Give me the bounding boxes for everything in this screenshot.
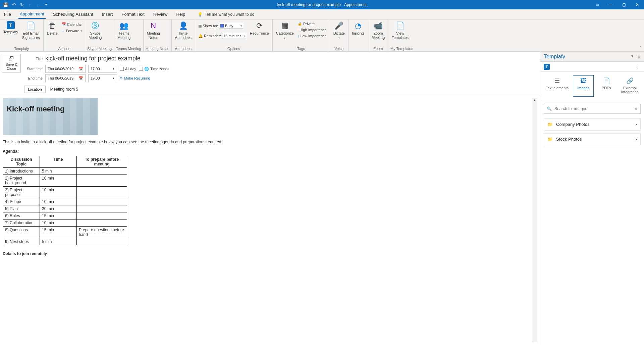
end-time-field[interactable]: 19.30▼: [88, 74, 117, 82]
panel-menu-icon[interactable]: ⋮: [635, 63, 641, 70]
view-templates-button[interactable]: 📄 View Templates: [390, 20, 410, 41]
tab-pdfs-label: PDFs: [602, 86, 611, 90]
search-images-input[interactable]: 🔍 ✕: [544, 104, 641, 114]
save-icon[interactable]: 💾: [3, 2, 8, 7]
panel-dropdown-icon[interactable]: ▼: [631, 54, 634, 59]
minimize-button[interactable]: —: [604, 0, 617, 9]
all-day-label: All day: [125, 67, 136, 71]
reminder-label: Reminder:: [204, 34, 221, 38]
tab-scheduling[interactable]: Scheduling Assistant: [52, 10, 95, 18]
cell-prep: [77, 238, 127, 245]
chevron-down-icon: ▼: [112, 67, 115, 70]
attendees-label: Invite Attendees: [175, 31, 192, 40]
delete-button[interactable]: 🗑 Delete: [46, 20, 59, 37]
teams-label: Teams Meeting: [117, 31, 130, 40]
tab-review[interactable]: Review: [152, 10, 169, 18]
ribbon: T Templafy 📄 Edit Email Signatures Templ…: [0, 19, 644, 52]
folder-stock-photos[interactable]: 📁Stock Photos ›: [544, 133, 641, 145]
skype-meeting-button[interactable]: Ⓢ Skype Meeting: [87, 20, 103, 41]
show-as-select[interactable]: Busy▾: [219, 23, 243, 29]
recurrence-button[interactable]: ⟳ Recurrence: [249, 20, 270, 37]
private-button[interactable]: 🔒Private: [297, 21, 328, 27]
recurring-label: Make Recurring: [124, 76, 150, 80]
qat-dropdown-icon[interactable]: ▾: [44, 2, 48, 7]
ribbon-display-icon[interactable]: ▭: [590, 0, 604, 9]
low-importance-button[interactable]: ↓Low Importance: [297, 33, 328, 39]
folder-company-photos[interactable]: 📁Company Photos ›: [544, 118, 641, 131]
table-row: 6) Roles15 min: [3, 212, 127, 219]
group-label-mytemplates: My Templates: [390, 46, 413, 51]
cell-time: 10 min: [40, 219, 77, 227]
meeting-notes-label: Meeting Notes: [147, 31, 160, 40]
table-row: 9) Next steps5 min: [3, 238, 127, 245]
search-field[interactable]: [554, 106, 632, 111]
title-input[interactable]: [45, 54, 538, 63]
redo-icon[interactable]: ↻: [19, 2, 24, 7]
col-time: Time: [40, 156, 77, 168]
start-time-field[interactable]: 17.00▼: [88, 65, 117, 73]
zoom-meeting-button[interactable]: 📹 Zoom Meeting: [370, 20, 386, 41]
col-topic: Discussion Topic: [3, 156, 40, 168]
make-recurring-button[interactable]: ⟳Make Recurring: [120, 76, 150, 81]
forward-label: Forward: [66, 29, 79, 33]
cell-topic: 6) Roles: [3, 212, 40, 219]
calendar-label: Calendar: [67, 22, 82, 27]
tab-file[interactable]: File: [3, 10, 12, 18]
tab-text-elements[interactable]: ☰Text elements: [543, 75, 571, 97]
show-as-row: ▦ Show As: Busy▾: [197, 22, 247, 30]
search-icon: 🔍: [547, 106, 552, 111]
high-importance-button[interactable]: !High Importance: [297, 27, 328, 33]
group-label-voice: Voice: [332, 46, 346, 51]
panel-close-icon[interactable]: ✕: [637, 54, 641, 59]
agenda-table: Discussion Topic Time To prepare before …: [3, 156, 127, 245]
lock-icon: 🔒: [298, 21, 302, 26]
tab-pdfs[interactable]: 📄PDFs: [596, 75, 617, 97]
insights-button[interactable]: ◔ Insights: [351, 20, 366, 37]
timezones-checkbox[interactable]: 🌐Time zones: [139, 67, 169, 71]
all-day-checkbox[interactable]: All day: [120, 67, 136, 71]
remote-heading: Details to join remotely: [3, 251, 532, 256]
tab-help[interactable]: Help: [175, 10, 186, 18]
undo-icon[interactable]: ↶: [11, 2, 16, 7]
cell-time: 5 min: [40, 168, 77, 175]
edit-email-label: Edit Email Signatures: [22, 31, 40, 40]
down-icon[interactable]: ↓: [36, 2, 40, 7]
ribbon-tabs: File Appointment Scheduling Assistant In…: [0, 9, 644, 19]
forward-button[interactable]: →Forward ▾: [60, 28, 83, 34]
clear-search-icon[interactable]: ✕: [634, 106, 638, 111]
up-icon[interactable]: ↑: [28, 2, 32, 7]
tab-appointment[interactable]: Appointment: [18, 10, 46, 19]
tab-format[interactable]: Format Text: [120, 10, 146, 18]
maximize-button[interactable]: ▢: [617, 0, 631, 9]
col-prep: To prepare before meeting: [77, 156, 127, 168]
meeting-notes-button[interactable]: N Meeting Notes: [146, 20, 161, 41]
location-button[interactable]: Location: [24, 86, 46, 93]
reminder-select[interactable]: 15 minutes▾: [222, 33, 246, 39]
body-editor[interactable]: Kick-off meeting This is an invite to a …: [0, 95, 540, 345]
location-value[interactable]: Meeting room 5: [48, 87, 78, 92]
invite-attendees-button[interactable]: 👤 Invite Attendees: [174, 20, 193, 41]
end-date-field[interactable]: Thu 06/06/2019📅: [45, 74, 86, 82]
group-label-actions: Actions: [46, 46, 83, 51]
categorize-button[interactable]: ▦ Categorize▾: [275, 20, 295, 41]
teams-icon: 👥: [119, 21, 129, 31]
scrollbar[interactable]: ▴: [532, 98, 537, 342]
teams-meeting-button[interactable]: 👥 Teams Meeting: [116, 20, 132, 41]
cell-topic: 9) Next steps: [3, 238, 40, 245]
collapse-ribbon-icon[interactable]: ˄: [640, 46, 642, 50]
tab-images[interactable]: 🖼Images: [573, 75, 594, 97]
chevron-right-icon: ›: [636, 122, 637, 127]
calendar-button[interactable]: 📅Calendar: [60, 21, 83, 27]
templafy-logo-icon: T: [544, 64, 550, 70]
close-button[interactable]: ✕: [631, 0, 644, 9]
tell-me-search[interactable]: 💡 Tell me what you want to do: [198, 12, 254, 17]
dictate-button[interactable]: 🎤 Dictate▾: [332, 20, 346, 41]
edit-email-signatures-button[interactable]: 📄 Edit Email Signatures: [21, 20, 41, 41]
tab-insert[interactable]: Insert: [101, 10, 114, 18]
save-and-close-button[interactable]: 🗗 Save & Close: [2, 54, 21, 72]
scroll-up-icon[interactable]: ▴: [532, 98, 537, 103]
zoom-label: Zoom Meeting: [372, 31, 385, 40]
start-date-field[interactable]: Thu 06/06/2019📅: [45, 65, 86, 73]
templafy-button[interactable]: T Templafy: [2, 20, 19, 35]
tab-external[interactable]: 🔗External Integration: [619, 75, 641, 97]
